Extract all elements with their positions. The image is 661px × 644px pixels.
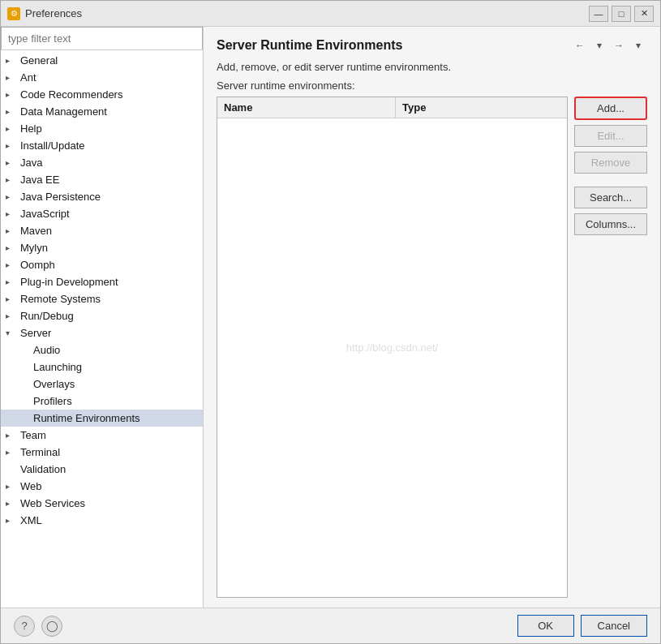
footer-right: OK Cancel — [517, 615, 647, 637]
sidebar-item-label: XML — [20, 514, 42, 526]
sidebar-item-label: Web — [20, 480, 42, 492]
cancel-button[interactable]: Cancel — [581, 615, 647, 637]
chevron-icon — [6, 499, 14, 508]
sidebar-item-label: Data Management — [20, 105, 107, 118]
chevron-icon — [6, 209, 14, 218]
chevron-icon — [6, 328, 14, 337]
titlebar: ⚙ Preferences — □ ✕ — [1, 1, 660, 27]
chevron-icon — [6, 311, 14, 320]
sidebar-item-server-launching[interactable]: Launching — [1, 358, 203, 376]
sidebar-item-mylyn[interactable]: Mylyn — [1, 239, 203, 256]
main-header: Server Runtime Environments ← ▾ → ▾ — [217, 36, 647, 54]
sidebar-item-label: Java — [20, 157, 42, 169]
chevron-icon — [6, 124, 14, 133]
sidebar-item-plug-in-development[interactable]: Plug-in Development — [1, 273, 203, 290]
sidebar-item-label: Profilers — [33, 395, 72, 407]
sidebar-item-label: Ant — [20, 71, 36, 84]
edit-button[interactable]: Edit... — [574, 125, 647, 147]
help-button[interactable]: ? — [14, 616, 35, 637]
app-icon: ⚙ — [7, 7, 20, 20]
table-area: Name Type http://blog.csdn.net/ Add... E… — [217, 97, 647, 598]
search-button[interactable]: Search... — [574, 187, 647, 208]
sidebar: General Ant Code Recommenders Data Manag… — [1, 27, 204, 608]
forward-button[interactable]: → — [610, 36, 628, 54]
sidebar-item-help[interactable]: Help — [1, 120, 203, 137]
chevron-icon — [6, 277, 14, 286]
chevron-icon — [6, 175, 14, 184]
sidebar-item-label: Audio — [33, 344, 60, 356]
sidebar-item-java-ee[interactable]: Java EE — [1, 171, 203, 188]
sidebar-item-server-overlays[interactable]: Overlays — [1, 376, 203, 393]
sidebar-item-label: Plug-in Development — [20, 276, 118, 288]
chevron-icon — [6, 141, 14, 150]
sidebar-item-label: Team — [20, 429, 46, 441]
sidebar-item-javascript[interactable]: JavaScript — [1, 205, 203, 222]
sidebar-item-server-runtime-environments[interactable]: Runtime Environments — [1, 410, 203, 427]
maximize-button[interactable]: □ — [612, 6, 631, 22]
sidebar-item-maven[interactable]: Maven — [1, 222, 203, 239]
info-button[interactable]: ◯ — [41, 616, 62, 637]
sidebar-item-server-profilers[interactable]: Profilers — [1, 393, 203, 410]
sidebar-item-label: Mylyn — [20, 242, 48, 254]
sidebar-item-label: Remote Systems — [20, 293, 101, 305]
sidebar-item-label: Run/Debug — [20, 310, 74, 322]
sidebar-item-server[interactable]: Server — [1, 324, 203, 341]
preferences-window: ⚙ Preferences — □ ✕ General Ant — [0, 0, 661, 644]
back-button[interactable]: ← — [571, 36, 589, 54]
chevron-icon — [6, 90, 14, 99]
col-header-type: Type — [396, 97, 567, 118]
back-dropdown-button[interactable]: ▾ — [590, 36, 608, 54]
sidebar-item-java-persistence[interactable]: Java Persistence — [1, 188, 203, 205]
sidebar-item-label: Code Recommenders — [20, 88, 122, 101]
back-dropdown-icon: ▾ — [597, 40, 602, 51]
col-header-name: Name — [217, 97, 396, 118]
remove-button[interactable]: Remove — [574, 152, 647, 174]
side-buttons: Add... Edit... Remove Search... Columns.… — [574, 97, 647, 598]
sidebar-item-oomph[interactable]: Oomph — [1, 256, 203, 273]
chevron-icon — [6, 448, 14, 457]
close-button[interactable]: ✕ — [634, 6, 654, 22]
columns-button[interactable]: Columns... — [574, 213, 647, 235]
sidebar-item-web[interactable]: Web — [1, 478, 203, 495]
sidebar-item-label: Terminal — [20, 446, 60, 458]
sidebar-item-team[interactable]: Team — [1, 427, 203, 444]
toolbar-icons: ← ▾ → ▾ — [571, 36, 647, 54]
sidebar-item-terminal[interactable]: Terminal — [1, 444, 203, 461]
sidebar-item-validation[interactable]: Validation — [1, 461, 203, 478]
forward-dropdown-button[interactable]: ▾ — [629, 36, 647, 54]
back-icon: ← — [575, 40, 585, 51]
chevron-icon — [6, 107, 14, 116]
chevron-icon — [6, 294, 14, 303]
sidebar-item-java[interactable]: Java — [1, 154, 203, 171]
sidebar-item-data-management[interactable]: Data Management — [1, 103, 203, 120]
sidebar-item-label: General — [20, 54, 58, 67]
add-button[interactable]: Add... — [574, 97, 647, 120]
tree: General Ant Code Recommenders Data Manag… — [1, 50, 203, 608]
sidebar-item-label: Server — [20, 327, 51, 339]
chevron-icon — [6, 56, 14, 65]
forward-dropdown-icon: ▾ — [636, 40, 641, 51]
sidebar-item-ant[interactable]: Ant — [1, 69, 203, 86]
sidebar-item-run-debug[interactable]: Run/Debug — [1, 307, 203, 324]
chevron-icon — [6, 243, 14, 252]
sidebar-item-code-recommenders[interactable]: Code Recommenders — [1, 86, 203, 103]
sidebar-item-remote-systems[interactable]: Remote Systems — [1, 290, 203, 307]
sidebar-item-install-update[interactable]: Install/Update — [1, 137, 203, 154]
chevron-icon — [6, 158, 14, 167]
chevron-icon — [6, 482, 14, 491]
sidebar-item-web-services[interactable]: Web Services — [1, 495, 203, 512]
sub-label: Server runtime environments: — [217, 79, 647, 92]
main-content: General Ant Code Recommenders Data Manag… — [1, 27, 660, 608]
ok-button[interactable]: OK — [517, 615, 574, 637]
filter-input[interactable] — [1, 27, 203, 50]
window-title: Preferences — [25, 7, 82, 19]
sidebar-item-general[interactable]: General — [1, 52, 203, 69]
sidebar-item-xml[interactable]: XML — [1, 512, 203, 529]
footer: ? ◯ OK Cancel — [1, 608, 660, 643]
chevron-icon — [6, 516, 14, 525]
sidebar-item-label: Java Persistence — [20, 191, 101, 203]
table-body[interactable] — [217, 118, 567, 597]
chevron-icon — [6, 260, 14, 269]
minimize-button[interactable]: — — [589, 6, 608, 22]
sidebar-item-server-audio[interactable]: Audio — [1, 341, 203, 358]
